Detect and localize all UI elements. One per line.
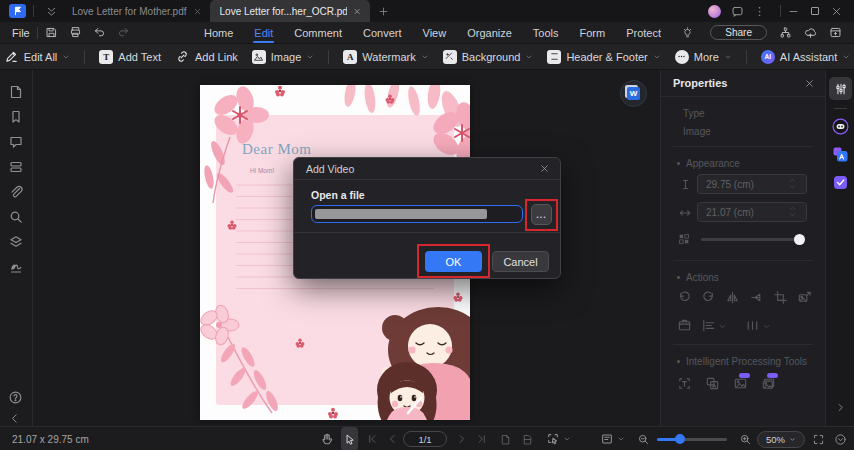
translate-icon[interactable] (832, 146, 849, 163)
flip-horizontal-icon[interactable] (725, 290, 740, 305)
file-path-input[interactable] (311, 205, 523, 223)
copy-text-icon[interactable] (705, 376, 720, 391)
attachment-icon[interactable] (8, 184, 24, 200)
ocr-text-icon[interactable] (677, 376, 692, 391)
header-footer-button[interactable]: Header & Footer (547, 50, 660, 64)
collapse-sidebar-icon[interactable] (8, 412, 21, 425)
distribute-icon[interactable] (745, 318, 760, 333)
chevron-down-icon[interactable] (718, 322, 727, 331)
edit-all-button[interactable]: Edit All (4, 49, 71, 64)
menu-form[interactable]: Form (579, 24, 607, 42)
replace-image-icon[interactable] (797, 290, 812, 305)
hand-tool[interactable] (320, 427, 334, 450)
avatar[interactable] (708, 5, 721, 18)
width-stepper[interactable] (789, 205, 796, 218)
layers-icon[interactable] (8, 234, 24, 250)
auto-scroll-button[interactable] (834, 427, 847, 450)
checklist-icon[interactable] (832, 174, 849, 191)
zoom-slider[interactable] (657, 438, 727, 441)
menu-convert[interactable]: Convert (362, 24, 403, 42)
minimize-icon[interactable] (788, 6, 799, 17)
selection-mode-dropdown[interactable] (546, 427, 571, 450)
ai-assistant-button[interactable]: AI AI Assistant (761, 50, 850, 64)
maximize-icon[interactable] (811, 7, 819, 15)
image-button[interactable]: Image (252, 50, 315, 64)
background-button[interactable]: Background (443, 50, 534, 64)
dialog-header[interactable]: Add Video (294, 158, 560, 180)
height-stepper[interactable] (789, 177, 796, 190)
zoom-slider-knob[interactable] (675, 434, 685, 444)
expand-panel-icon[interactable] (835, 402, 846, 413)
share-link-icon[interactable] (779, 26, 792, 39)
add-text-button[interactable]: T Add Text (99, 50, 161, 64)
watermark-button[interactable]: A Watermark (343, 50, 428, 64)
bookmark-icon[interactable] (8, 109, 24, 125)
cancel-button[interactable]: Cancel (492, 251, 549, 272)
page-organize-icon[interactable] (8, 159, 24, 175)
rotate-left-icon[interactable] (677, 290, 692, 305)
next-page-button[interactable] (456, 427, 468, 450)
save-icon[interactable] (45, 26, 58, 39)
close-window-icon[interactable] (831, 6, 842, 17)
collapse-ribbon-icon[interactable] (829, 26, 842, 39)
cloud-upload-icon[interactable] (804, 26, 817, 39)
undo-icon[interactable] (93, 26, 106, 39)
add-link-button[interactable]: Add Link (175, 49, 238, 64)
first-page-button[interactable] (366, 427, 378, 450)
align-icon[interactable] (701, 318, 716, 333)
select-tool[interactable] (341, 427, 358, 450)
tab-love-letter-ocr[interactable]: Love Letter for...her_OCR.pdf * (210, 0, 370, 22)
menu-edit[interactable]: Edit (253, 24, 274, 42)
chevron-down-icon[interactable] (762, 322, 771, 331)
background-icon (443, 50, 457, 64)
thumbnail-panel-icon[interactable] (8, 84, 24, 100)
opacity-slider-knob[interactable] (794, 234, 805, 245)
help-icon[interactable] (8, 390, 23, 405)
chatbot-icon[interactable] (832, 118, 849, 135)
zoom-out-button[interactable] (637, 427, 650, 450)
close-panel-icon[interactable] (804, 78, 815, 89)
single-page-view-button[interactable] (499, 427, 512, 450)
signature-icon[interactable] (8, 259, 24, 275)
batch-image-tool[interactable] (761, 376, 776, 391)
menu-home[interactable]: Home (203, 24, 234, 42)
tab-list-icon[interactable] (45, 5, 58, 18)
last-page-button[interactable] (476, 427, 488, 450)
crop-icon[interactable] (773, 290, 788, 305)
tab-love-letter-mother[interactable]: Love Letter for Mother.pdf (62, 0, 210, 22)
more-tools-button[interactable]: More (675, 50, 732, 64)
close-tab-icon[interactable] (193, 7, 202, 16)
opacity-slider[interactable] (701, 238, 803, 241)
rotate-right-icon[interactable] (701, 290, 716, 305)
page-scroll-mode-dropdown[interactable] (600, 427, 625, 450)
more-menu-icon[interactable]: ⋮ (754, 6, 765, 17)
close-dialog-icon[interactable] (539, 163, 550, 174)
fit-screen-button[interactable] (812, 427, 825, 450)
enhance-image-tool[interactable] (733, 376, 748, 391)
redo-icon[interactable] (117, 26, 130, 39)
close-tab-icon[interactable] (353, 7, 361, 16)
continuous-view-button[interactable] (521, 427, 534, 450)
word-convert-badge[interactable]: W (620, 80, 647, 107)
menu-organize[interactable]: Organize (466, 24, 513, 42)
page-indicator[interactable]: 1/1 (403, 431, 447, 447)
search-icon[interactable] (8, 209, 24, 225)
zoom-level-dropdown[interactable]: 50% (757, 431, 805, 448)
idea-bulb-icon[interactable] (681, 27, 694, 40)
zoom-in-button[interactable] (739, 427, 752, 450)
menu-tools[interactable]: Tools (532, 24, 560, 42)
print-icon[interactable] (69, 26, 82, 39)
menu-file[interactable]: File (12, 27, 30, 39)
properties-tab-active[interactable] (829, 77, 852, 100)
comment-panel-icon[interactable] (8, 134, 24, 150)
menu-view[interactable]: View (422, 24, 448, 42)
extract-image-icon[interactable] (677, 318, 692, 333)
add-tab-icon[interactable] (378, 6, 389, 17)
flip-vertical-icon[interactable] (749, 290, 764, 305)
menu-comment[interactable]: Comment (293, 24, 343, 42)
prev-page-button[interactable] (386, 427, 398, 450)
menu-protect[interactable]: Protect (625, 24, 662, 42)
feedback-icon[interactable] (731, 5, 744, 18)
app-logo-icon[interactable] (9, 4, 26, 18)
share-button[interactable]: Share (710, 25, 767, 40)
